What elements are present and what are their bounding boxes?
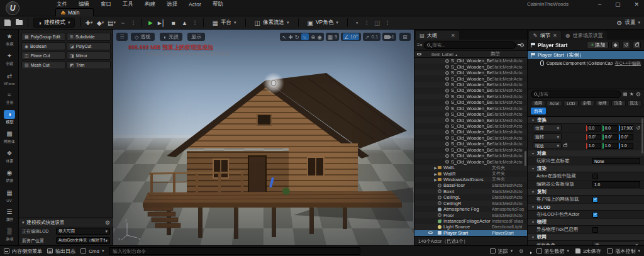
scale-dropdown[interactable]: 缩放▾ bbox=[533, 142, 562, 149]
unreal-logo-icon[interactable]: U bbox=[6, 1, 19, 15]
outliner-row[interactable]: ▶ S_Old_Wooden_Beam_vkbfad StaticMeshAct… bbox=[414, 106, 527, 111]
mode-rail-item[interactable]: ≈ 变形 bbox=[0, 88, 19, 108]
trace-dropdown[interactable]: 追踪 ▾ bbox=[490, 248, 513, 255]
section-transform[interactable]: ▼变换 bbox=[528, 117, 644, 124]
add-component-button[interactable]: + 添加 bbox=[587, 41, 609, 49]
mode-rail-item[interactable]: ✦ 创建 bbox=[0, 49, 19, 69]
close-icon[interactable]: ✕ bbox=[451, 33, 455, 38]
expand-arrow-icon[interactable]: ▶ bbox=[433, 165, 438, 170]
xr-icon[interactable]: ◫ bbox=[374, 19, 381, 26]
filter-chip[interactable]: 物理 bbox=[596, 100, 610, 106]
outliner-row[interactable]: ▶ S_Old_Wooden_Beam_vkbfad StaticMeshAct… bbox=[414, 75, 527, 81]
hlod-include-checkbox[interactable] bbox=[592, 212, 598, 218]
outliner-row[interactable]: ▶ Box4 StaticMeshActo bbox=[414, 189, 527, 194]
rotation-dropdown[interactable]: 旋转▾ bbox=[533, 133, 562, 140]
derived-data-dropdown[interactable]: 派生数据 ▾ bbox=[536, 248, 570, 255]
outliner-row[interactable]: ▶ Player Start PlayerStart bbox=[414, 230, 527, 236]
content-browser-icon[interactable] bbox=[15, 19, 23, 26]
outliner-row[interactable]: ▶ Atmospheric Fog AtmosphericFog bbox=[414, 206, 527, 212]
menu-item[interactable]: 窗口 bbox=[101, 1, 111, 8]
async-physics-checkbox[interactable] bbox=[592, 227, 598, 233]
billboard-value-field[interactable]: 1.0 bbox=[592, 181, 640, 187]
save-icon[interactable] bbox=[4, 19, 11, 26]
gear-icon[interactable]: ⚙ bbox=[519, 42, 525, 48]
section-hlod[interactable]: ▼HLOD bbox=[528, 204, 644, 211]
outliner-column-headers[interactable]: Item Label ▲ 类型 bbox=[414, 50, 527, 58]
section-object[interactable]: ▼对象 bbox=[528, 150, 644, 157]
location-z-field[interactable]: 17.900 bbox=[619, 125, 634, 131]
mode-rail-item[interactable]: ▒ 杂项 bbox=[0, 225, 19, 244]
blueprints-icon[interactable]: ◆▾ bbox=[97, 19, 104, 26]
reset-to-default-icon[interactable]: ↺ bbox=[636, 125, 640, 131]
filter-chip[interactable]: 杂项 bbox=[580, 100, 594, 106]
gear-icon[interactable]: ⚙ bbox=[105, 220, 110, 226]
details-search[interactable] bbox=[531, 91, 621, 98]
outliner-row[interactable]: ▶ S_Old_Wooden_Beam_vkbfad StaticMeshAct… bbox=[414, 94, 527, 99]
outliner-row[interactable]: ▶ S_Old_Wooden_Beam_vkbfad StaticMeshAct… bbox=[414, 147, 527, 153]
notifications-icon[interactable]: ⚙ bbox=[519, 248, 523, 254]
gear-icon[interactable]: ⚙ bbox=[636, 91, 641, 97]
cinematics-icon[interactable]: ▤▾ bbox=[108, 19, 116, 26]
outliner-row[interactable]: ▶ WindowsAndDoors 文件夹 bbox=[414, 177, 527, 182]
outliner-row[interactable]: ▶ S_Old_Wooden_Beam_vkbfad StaticMeshAct… bbox=[414, 64, 527, 69]
play-button[interactable]: ► bbox=[147, 19, 155, 26]
expand-arrow-icon[interactable]: ▶ bbox=[433, 172, 438, 176]
outliner-row[interactable]: ▶ Light Source DirectionalLight bbox=[414, 224, 527, 230]
location-x-field[interactable]: 0.0 bbox=[586, 125, 601, 131]
section-rendering[interactable]: ▼渲染 bbox=[528, 165, 644, 172]
play-options-dots-icon[interactable]: ⋮ bbox=[192, 19, 198, 26]
minimize-button[interactable]: – bbox=[598, 1, 601, 8]
outliner-row[interactable]: ▶ Floor StaticMeshActo bbox=[414, 212, 527, 218]
component-row-capsule[interactable]: CapsuleComponent (CollisionCapsule) 在C++… bbox=[528, 59, 644, 67]
section-physics[interactable]: ▼物理 bbox=[528, 219, 644, 226]
cmd-dropdown[interactable]: Cmd ▾ bbox=[80, 248, 104, 254]
location-dropdown[interactable]: 位置▾ bbox=[533, 125, 562, 131]
mode-rail-item[interactable]: ▩ 网格体 bbox=[0, 127, 19, 147]
hidden-checkbox[interactable] bbox=[592, 174, 598, 179]
section-replication[interactable]: ▼复制 bbox=[528, 189, 644, 196]
outliner-row[interactable]: ▶ S_Old_Wooden_Beam_vkbfad StaticMeshAct… bbox=[414, 141, 527, 147]
outliner-row[interactable]: ▶ S_Old_Wooden_Beam_vkbfad StaticMeshAct… bbox=[414, 111, 527, 117]
outliner-row[interactable]: ▶ S_Old_Wooden_Beam_vkbfad StaticMeshAct… bbox=[414, 82, 527, 87]
eject-button[interactable]: ▲ bbox=[181, 19, 189, 26]
settings-label[interactable]: 设置 bbox=[625, 19, 635, 26]
tool-button[interactable]: ◨ Mirror bbox=[67, 52, 111, 60]
tab-details[interactable]: ✎ 细节 ✕ bbox=[529, 31, 561, 40]
tool-button[interactable]: ⊞ Subdivide bbox=[67, 33, 111, 41]
mode-rail-item[interactable]: ❖ 体素 bbox=[0, 147, 19, 166]
outliner-row[interactable]: ▶ InstancedFoliageActor InstancedFoliag bbox=[414, 218, 527, 224]
scale-z-field[interactable]: 1.0 bbox=[619, 143, 634, 149]
favorites-star-icon[interactable]: ★ bbox=[630, 91, 634, 97]
location-y-field[interactable]: 0.0 bbox=[602, 125, 618, 131]
blueprint-convert-icon[interactable]: ◆ bbox=[611, 41, 619, 49]
outliner-row[interactable]: ▶ S_Old_Wooden_Beam_vkbfad StaticMeshAct… bbox=[414, 99, 527, 105]
mode-rail-item[interactable]: ▦ UV bbox=[0, 186, 19, 205]
menu-item[interactable]: 构建 bbox=[145, 1, 155, 8]
tool-button[interactable]: ▥ Mesh Cut bbox=[21, 61, 65, 69]
details-search-input[interactable] bbox=[539, 91, 618, 97]
outliner-row[interactable]: ▶ BaseFloor StaticMeshActo bbox=[414, 182, 527, 188]
stop-button[interactable]: ■ bbox=[170, 19, 177, 26]
outliner-row[interactable]: ▶ S_Old_Wooden_Beam_vkbfad StaticMeshAct… bbox=[414, 153, 527, 159]
close-icon[interactable]: ✕ bbox=[553, 33, 557, 38]
pixel-streaming-dropdown[interactable]: ◫ 像素流送 ▾ bbox=[251, 18, 293, 28]
outliner-row[interactable]: ▶ WallL 文件夹 bbox=[414, 165, 527, 170]
outliner-row[interactable]: ▶ CeilingL StaticMeshActo bbox=[414, 194, 527, 200]
outliner-row[interactable]: ▶ S_Old_Wooden_Beam_vkbfad StaticMeshAct… bbox=[414, 117, 527, 123]
browse-icon[interactable]: ↺ bbox=[622, 41, 630, 49]
asset-location-dropdown[interactable]: AutoGen文件夹（相对于世界） ▾ bbox=[56, 237, 110, 244]
menu-item[interactable]: 工具 bbox=[123, 1, 133, 8]
vp-role-dropdown[interactable]: ▣ VP角色 ▾ bbox=[304, 18, 342, 28]
viewport[interactable]: ☰ ◇ 透视 ◐ 光照 显示 806.988 MiB 预算上的纹理流送池 'Di… bbox=[113, 30, 414, 245]
overflow-dots-icon[interactable]: ⋮ bbox=[364, 19, 370, 26]
tool-button[interactable]: ◫ Plane Cut bbox=[21, 52, 65, 60]
tab-outliner[interactable]: ▤ 大纲 ✕ bbox=[416, 31, 459, 40]
filter-chip[interactable]: 流送 bbox=[627, 100, 641, 106]
mode-rail-item[interactable]: ◑ 模型 bbox=[0, 108, 19, 127]
live-link-icon[interactable]: ◔ bbox=[353, 19, 360, 26]
outliner-row[interactable]: ▶ CeilingR StaticMeshActo bbox=[414, 201, 527, 206]
menu-item[interactable]: 文件 bbox=[57, 1, 67, 8]
display-options-icon[interactable]: ▦ bbox=[623, 91, 628, 97]
modeling-mode-dropdown[interactable]: ◑ 建模模式 ▾ bbox=[33, 18, 75, 28]
maximize-button[interactable]: ▢ bbox=[615, 1, 621, 8]
